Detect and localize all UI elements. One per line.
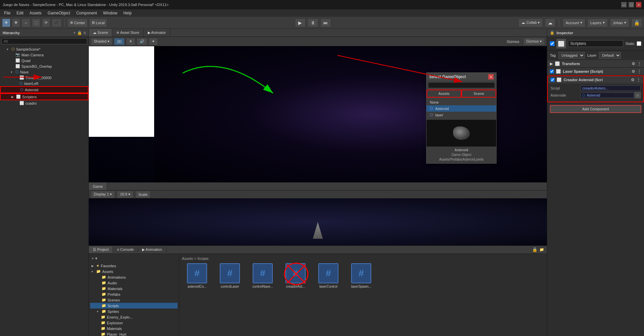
game-view[interactable] xyxy=(89,199,547,245)
folder-materials-sprites[interactable]: 📁 Materials xyxy=(90,326,178,331)
popup-item-asteroid[interactable]: ⬡ Asteroid xyxy=(427,105,496,112)
tree-item-spacebg[interactable]: ⬜ SpaceBG_Overlay xyxy=(0,63,88,69)
tree-item-laserleft[interactable]: ⬡ laserLeft xyxy=(0,80,88,86)
popup-close-button[interactable]: ✕ xyxy=(488,74,494,79)
tree-item-quad[interactable]: ⬜ Quad xyxy=(0,58,88,63)
scale-button[interactable]: Scale xyxy=(135,191,151,198)
layers-button[interactable]: Layers ▾ xyxy=(587,18,608,27)
display-button[interactable]: Display 1 ▾ xyxy=(91,191,115,198)
object-name-field[interactable] xyxy=(568,40,623,47)
menu-file[interactable]: File xyxy=(1,10,13,16)
folder-player-hurt[interactable]: 📁 Player_Hurt xyxy=(90,331,178,336)
collab-button[interactable]: ☁ Collab ▾ xyxy=(518,18,543,27)
aspect-button[interactable]: 16:9 ▾ xyxy=(117,191,133,198)
transform-header[interactable]: ▶ ⬜ Transform ⚙ ⋮ xyxy=(547,60,644,67)
laser-spawner-header[interactable]: ⬜ Laser Spawner (Script) ⚙ ⋮ xyxy=(547,68,644,75)
mode-2d-button[interactable]: 2D xyxy=(114,38,125,45)
play-button[interactable]: ▶ xyxy=(295,18,306,27)
folder-sprites[interactable]: ▾ 📁 Sprites xyxy=(90,309,178,314)
cloud-button[interactable]: ☁ xyxy=(545,18,556,27)
scene-view[interactable]: Select GameObject ✕ Assets Scene xyxy=(89,46,547,182)
asset-laserspawn[interactable]: # laserSpawn... xyxy=(346,263,376,288)
folder-scripts[interactable]: 📁 Scripts xyxy=(90,303,178,309)
menu-help[interactable]: Help xyxy=(121,10,134,16)
tree-item-nave[interactable]: ▾ ⬡ Nave xyxy=(0,69,88,75)
folder-prefabs[interactable]: 📁 Prefabs xyxy=(90,291,178,297)
asteroide-picker-button[interactable]: ⊙ xyxy=(635,92,641,98)
folder-explosion[interactable]: 📁 Explosion xyxy=(90,320,178,326)
asset-asteroidco[interactable]: # asteroidCo... xyxy=(182,263,212,288)
object-active-checkbox[interactable] xyxy=(550,41,555,46)
popup-tab-assets[interactable]: Assets xyxy=(427,90,461,98)
tab-animator[interactable]: ▶ Animator xyxy=(144,29,170,37)
hierarchy-add-button[interactable]: + xyxy=(73,31,76,35)
tab-game[interactable]: Game xyxy=(89,182,107,190)
popup-search-input[interactable] xyxy=(428,82,495,88)
lighting-button[interactable]: ☀ xyxy=(126,38,135,45)
tree-item-maincamera[interactable]: 📷 Main Camera xyxy=(0,52,88,58)
tab-project[interactable]: ☰ Project xyxy=(89,246,113,253)
creador-asteroid-header[interactable]: ⬜ Creador Asteroid (Scri ⚙ ⋮ xyxy=(548,76,643,83)
add-component-button[interactable]: Add Component xyxy=(550,105,641,113)
folder-materials[interactable]: 📁 Materials xyxy=(90,286,178,291)
tool-hand[interactable]: ✥ xyxy=(2,18,10,27)
asset-controlnave[interactable]: # controlNave... xyxy=(248,263,278,288)
center-button[interactable]: ⊕ Center xyxy=(67,18,88,27)
audio-button[interactable]: 🔊 xyxy=(137,38,147,45)
folder-scenes[interactable]: 📁 Scenes xyxy=(90,297,178,303)
project-add-button[interactable]: + xyxy=(91,256,94,261)
tool-transform[interactable]: ⬛ xyxy=(52,18,62,27)
menu-window[interactable]: Window xyxy=(100,10,120,16)
menu-component[interactable]: Component xyxy=(73,10,100,16)
tool-scale[interactable]: ⬚ xyxy=(32,18,41,27)
creador-asteroid-checkbox[interactable] xyxy=(551,78,555,82)
tab-console[interactable]: ≡ Console xyxy=(113,246,138,253)
asset-creadorast[interactable]: # creadorAst... xyxy=(280,263,311,288)
gizmos-dropdown[interactable]: Gizmos ▾ xyxy=(523,38,545,45)
menu-assets[interactable]: Assets xyxy=(27,10,44,16)
close-button[interactable]: ✕ xyxy=(636,2,641,7)
folder-audio[interactable]: 📁 Audio xyxy=(90,280,178,286)
hierarchy-search-input[interactable] xyxy=(1,38,87,44)
maximize-button[interactable]: ☐ xyxy=(629,2,634,7)
popup-tab-scene[interactable]: Scene xyxy=(461,90,496,98)
tree-item-asteroid[interactable]: ⬡ Asteroid xyxy=(0,86,88,93)
asset-controllaser[interactable]: # controlLaser xyxy=(215,263,245,288)
folder-animations[interactable]: 📁 Animations xyxy=(90,274,178,280)
menu-gameobject[interactable]: GameObject xyxy=(45,10,73,16)
effects-button[interactable]: ✦ xyxy=(149,38,158,45)
popup-item-laser[interactable]: ⬡ laser xyxy=(427,112,496,118)
tab-animation[interactable]: ▶ Animation xyxy=(138,246,166,253)
minimize-button[interactable]: — xyxy=(621,2,627,7)
popup-item-none[interactable]: None xyxy=(427,99,496,105)
tool-move[interactable]: ✥ xyxy=(12,18,20,27)
asteroide-field-value[interactable]: ⬡ Asteroid xyxy=(581,93,634,98)
folder-favorites[interactable]: ▶ ★ Favorites xyxy=(90,263,178,269)
tree-item-scripters[interactable]: ▶ ⬜ Scripters xyxy=(0,93,88,100)
account-button[interactable]: Account ▾ xyxy=(563,18,585,27)
folder-enemy-explo[interactable]: 📁 Enemy_Explo... xyxy=(90,314,178,320)
layer-select[interactable]: Default xyxy=(599,52,621,59)
tree-item-cuadro[interactable]: ⬜ cuadro xyxy=(0,100,88,106)
shaded-dropdown[interactable]: Shaded ▾ xyxy=(91,38,113,45)
bottom-lock-button[interactable]: 🔒 xyxy=(532,247,537,252)
tool-rotate[interactable]: ↔ xyxy=(21,18,30,27)
laser-spawner-checkbox[interactable] xyxy=(550,69,554,73)
tab-asset-store[interactable]: ≋ Asset Store xyxy=(112,29,143,37)
hierarchy-lock-button[interactable]: 🔒 xyxy=(77,31,82,35)
tree-item-samplescene[interactable]: ▾ ⬡ SampleScene* xyxy=(0,46,88,52)
folder-assets[interactable]: ▾ 📁 Assets xyxy=(90,269,178,274)
tab-scene[interactable]: ☁ Scene xyxy=(89,29,112,37)
pause-button[interactable]: ⏸ xyxy=(308,18,318,27)
menu-edit[interactable]: Edit xyxy=(14,10,26,16)
project-menu-button[interactable]: ▾ xyxy=(95,256,98,261)
lock-button[interactable]: 🔒 xyxy=(631,18,642,27)
step-button[interactable]: ⏭ xyxy=(320,18,331,27)
hierarchy-menu-button[interactable]: ≡ xyxy=(83,31,86,35)
static-checkbox[interactable] xyxy=(637,41,641,46)
asset-lasercontrol[interactable]: # laserControl xyxy=(313,263,343,288)
local-button[interactable]: ⊞ Local xyxy=(89,18,107,27)
tool-rect[interactable]: ⟳ xyxy=(42,18,50,27)
tag-select[interactable]: Untagged xyxy=(559,52,585,59)
username-button[interactable]: Johan ▾ xyxy=(610,18,629,27)
